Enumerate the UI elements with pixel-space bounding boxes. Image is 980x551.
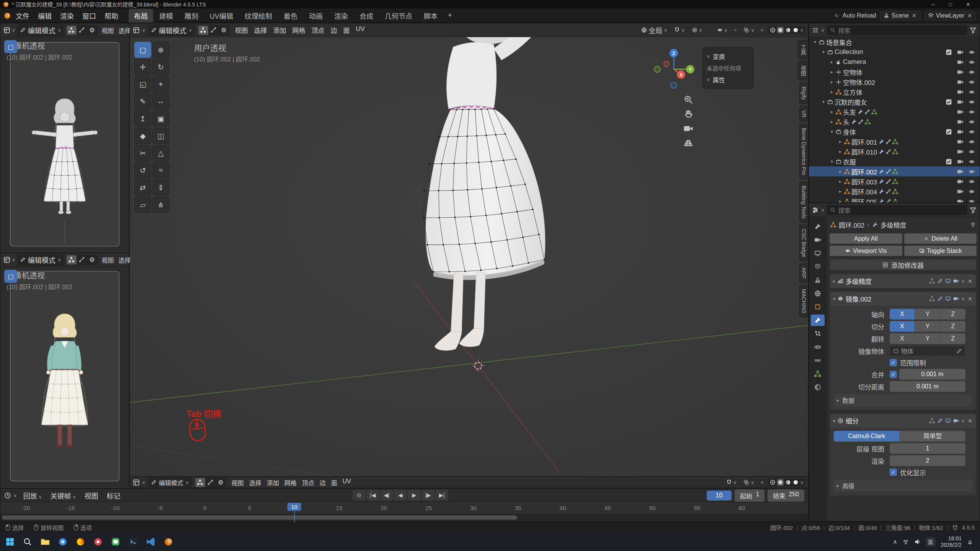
viewlayer-unlink-icon[interactable]: ✕ bbox=[967, 13, 973, 19]
maximize-button[interactable]: □ bbox=[942, 0, 959, 8]
expand-arrow-icon[interactable]: ▾ bbox=[828, 129, 836, 134]
autokey-button[interactable]: ⊙ bbox=[353, 490, 366, 500]
close-icon[interactable]: ✕ bbox=[967, 296, 973, 302]
jump-end-button[interactable]: ▶| bbox=[435, 490, 448, 500]
outliner-exclude-checkbox[interactable] bbox=[946, 49, 952, 55]
extras-dropdown-icon[interactable]: ∨ bbox=[961, 279, 965, 284]
expand-arrow-icon[interactable]: ▸ bbox=[836, 149, 844, 154]
bisect-distance-field[interactable]: 0.001 m bbox=[890, 381, 965, 392]
frame-end-field[interactable]: 结束250 bbox=[768, 489, 804, 502]
perspective-toggle-icon[interactable] bbox=[683, 138, 693, 148]
sidebar-tab-VR[interactable]: VR bbox=[799, 106, 808, 122]
render-visibility-toggle[interactable] bbox=[957, 148, 964, 155]
knife-tool[interactable]: ✂ bbox=[134, 145, 151, 161]
sidebar-tab-Bone Dynamics Pro[interactable]: Bone Dynamics Pro bbox=[799, 124, 808, 179]
play-button[interactable]: ▶ bbox=[408, 490, 421, 500]
workspace-tab-渲染[interactable]: 渲染 bbox=[329, 9, 353, 23]
workspace-tab-动画[interactable]: 动画 bbox=[304, 9, 328, 23]
expand-arrow-icon[interactable]: ▸ bbox=[836, 189, 844, 194]
face-select-button[interactable] bbox=[219, 26, 229, 35]
vertex-select-button[interactable] bbox=[198, 26, 208, 35]
menu-编辑[interactable]: 编辑 bbox=[34, 9, 56, 22]
render-visibility-toggle[interactable] bbox=[957, 129, 964, 135]
hide-viewport-toggle[interactable] bbox=[969, 119, 975, 125]
modifiers-properties-tab[interactable] bbox=[811, 315, 825, 326]
render-visibility-toggle[interactable] bbox=[957, 79, 964, 85]
hide-viewport-toggle[interactable] bbox=[969, 158, 975, 165]
taskbar-code-editor-button[interactable] bbox=[143, 534, 158, 549]
expand-arrow-icon[interactable]: ▸ bbox=[828, 69, 836, 75]
realtime-display-toggle[interactable] bbox=[945, 296, 951, 302]
axis-x-button[interactable]: X bbox=[890, 309, 915, 320]
material-properties-tab[interactable] bbox=[811, 381, 825, 393]
modifier-header-mirror[interactable]: ▾ 镜像.002 ∨ ✕ bbox=[830, 292, 976, 306]
annotate-tool[interactable]: ✎ bbox=[134, 93, 151, 109]
taskbar-blender-button[interactable] bbox=[161, 534, 176, 549]
outliner-editor-icon[interactable] bbox=[812, 27, 819, 34]
outliner-row-立方体[interactable]: ▸立方体 bbox=[809, 87, 980, 97]
render-visibility-toggle[interactable] bbox=[957, 188, 964, 195]
viewport-vis-button[interactable]: Viewport Vis bbox=[830, 246, 902, 256]
edit-mode-display-toggle[interactable] bbox=[937, 418, 943, 424]
bevel-tool[interactable]: ◆ bbox=[134, 128, 151, 144]
editor-type-icon[interactable] bbox=[3, 256, 10, 263]
sidebar-tab-MACHIN3[interactable]: MACHIN3 bbox=[799, 285, 808, 317]
timeline-ruler[interactable]: 10 -20-15-10-5051015202530354045505560 bbox=[0, 502, 808, 514]
pan-tool-icon[interactable] bbox=[683, 109, 693, 119]
outliner-row-圆环.004[interactable]: ▸圆环.004 bbox=[809, 186, 980, 196]
tool-properties-tab[interactable] bbox=[811, 221, 825, 232]
mode-dropdown[interactable]: 编辑模式∨ bbox=[148, 24, 195, 36]
taskbar-start-button[interactable] bbox=[2, 534, 18, 549]
menu-标记[interactable]: 标记 bbox=[102, 489, 124, 502]
extras-dropdown-icon[interactable]: ∨ bbox=[961, 418, 965, 424]
workspace-tab-几何节点[interactable]: 几何节点 bbox=[379, 9, 418, 23]
realtime-display-toggle[interactable] bbox=[945, 278, 951, 284]
taskbar-browser-button[interactable] bbox=[55, 534, 70, 549]
expand-arrow-icon[interactable]: ▸ bbox=[836, 169, 844, 174]
render-visibility-toggle[interactable] bbox=[957, 198, 964, 203]
axis-z-button[interactable]: Z bbox=[941, 309, 965, 320]
delete-all-button[interactable]: ✕Delete All bbox=[904, 233, 977, 244]
editor-type-icon[interactable] bbox=[3, 27, 10, 34]
realtime-display-toggle[interactable] bbox=[945, 418, 951, 424]
menu-面[interactable]: 面 bbox=[340, 24, 353, 36]
output-properties-tab[interactable] bbox=[811, 248, 825, 259]
outliner-exclude-checkbox[interactable] bbox=[946, 129, 952, 135]
rip-region-tool[interactable]: ⋔ bbox=[152, 197, 169, 213]
face-select-button[interactable] bbox=[87, 255, 97, 264]
show-gizmo-toggle[interactable] bbox=[732, 27, 739, 34]
face-select-button[interactable] bbox=[216, 478, 226, 487]
volume-icon[interactable] bbox=[914, 539, 920, 545]
smooth-tool[interactable]: ≈ bbox=[152, 162, 169, 178]
menu-选择[interactable]: 选择 bbox=[116, 254, 133, 266]
cursor-tool[interactable]: ⊕ bbox=[152, 42, 169, 58]
bisect-y-button[interactable]: Y bbox=[915, 321, 940, 332]
view-layer-properties-tab[interactable] bbox=[811, 261, 825, 272]
hide-viewport-toggle[interactable] bbox=[969, 69, 975, 75]
inset-faces-tool[interactable]: ▣ bbox=[152, 111, 169, 127]
breadcrumb-modifier[interactable]: 多级精度 bbox=[880, 220, 906, 230]
world-properties-tab[interactable] bbox=[811, 288, 825, 299]
expand-arrow-icon[interactable]: ▸ bbox=[836, 139, 844, 144]
snap-dropdown[interactable]: ∨ bbox=[724, 479, 739, 486]
hide-viewport-toggle[interactable] bbox=[969, 168, 975, 175]
outliner-exclude-checkbox[interactable] bbox=[946, 99, 952, 105]
edge-select-button[interactable] bbox=[77, 26, 87, 35]
on-cage-toggle[interactable] bbox=[929, 278, 935, 284]
vertex-select-button[interactable] bbox=[67, 26, 77, 35]
object-properties-tab[interactable] bbox=[811, 301, 825, 313]
timeline-editor-icon[interactable] bbox=[4, 492, 11, 499]
edge-select-button[interactable] bbox=[206, 478, 216, 487]
taskbar-chat-app-button[interactable] bbox=[108, 534, 123, 549]
render-visibility-toggle[interactable] bbox=[957, 89, 964, 95]
shading-solid-button[interactable] bbox=[777, 27, 784, 33]
menu-关键帧[interactable]: 关键帧∨ bbox=[46, 489, 80, 502]
editor-type-icon[interactable] bbox=[133, 479, 140, 486]
menu-网格[interactable]: 网格 bbox=[289, 24, 309, 36]
flip-y-button[interactable]: Y bbox=[915, 333, 940, 344]
object-visibility-dropdown[interactable]: ∨ bbox=[715, 26, 730, 34]
sidebar-tab-视图[interactable]: 视图 bbox=[798, 61, 808, 80]
expand-arrow-icon[interactable]: ▾ bbox=[820, 49, 827, 55]
filter-icon[interactable] bbox=[970, 27, 977, 34]
camera-viewport-bottom[interactable]: ∨ 编辑模式∨ 视图选择 摄像机透视 (10) 圆环.002 | 圆环.002 … bbox=[0, 253, 129, 488]
